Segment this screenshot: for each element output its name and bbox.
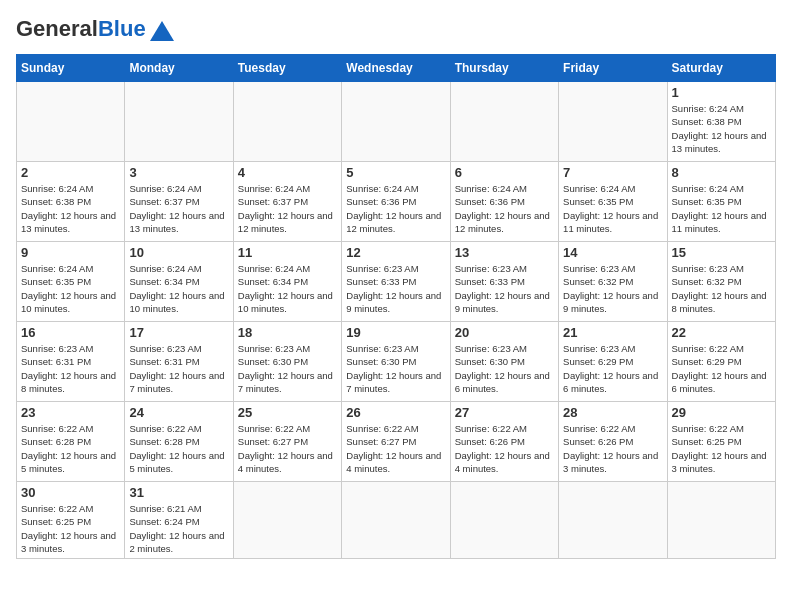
- day-number: 25: [238, 405, 337, 420]
- calendar-cell: [559, 82, 667, 162]
- day-number: 14: [563, 245, 662, 260]
- day-info: Sunrise: 6:24 AM Sunset: 6:35 PM Dayligh…: [672, 182, 771, 235]
- day-number: 16: [21, 325, 120, 340]
- calendar-cell: [559, 482, 667, 559]
- day-number: 6: [455, 165, 554, 180]
- day-number: 29: [672, 405, 771, 420]
- day-number: 10: [129, 245, 228, 260]
- week-row-4: 16Sunrise: 6:23 AM Sunset: 6:31 PM Dayli…: [17, 322, 776, 402]
- calendar-cell: 10Sunrise: 6:24 AM Sunset: 6:34 PM Dayli…: [125, 242, 233, 322]
- calendar-cell: [342, 82, 450, 162]
- week-row-1: 1Sunrise: 6:24 AM Sunset: 6:38 PM Daylig…: [17, 82, 776, 162]
- day-number: 24: [129, 405, 228, 420]
- calendar-cell: 26Sunrise: 6:22 AM Sunset: 6:27 PM Dayli…: [342, 402, 450, 482]
- day-info: Sunrise: 6:23 AM Sunset: 6:32 PM Dayligh…: [672, 262, 771, 315]
- day-info: Sunrise: 6:22 AM Sunset: 6:27 PM Dayligh…: [238, 422, 337, 475]
- calendar-cell: 2Sunrise: 6:24 AM Sunset: 6:38 PM Daylig…: [17, 162, 125, 242]
- calendar-cell: 24Sunrise: 6:22 AM Sunset: 6:28 PM Dayli…: [125, 402, 233, 482]
- calendar-cell: 21Sunrise: 6:23 AM Sunset: 6:29 PM Dayli…: [559, 322, 667, 402]
- calendar-cell: 28Sunrise: 6:22 AM Sunset: 6:26 PM Dayli…: [559, 402, 667, 482]
- day-info: Sunrise: 6:22 AM Sunset: 6:28 PM Dayligh…: [129, 422, 228, 475]
- day-number: 17: [129, 325, 228, 340]
- calendar-cell: 16Sunrise: 6:23 AM Sunset: 6:31 PM Dayli…: [17, 322, 125, 402]
- day-info: Sunrise: 6:24 AM Sunset: 6:35 PM Dayligh…: [563, 182, 662, 235]
- day-info: Sunrise: 6:21 AM Sunset: 6:24 PM Dayligh…: [129, 502, 228, 555]
- calendar-cell: 27Sunrise: 6:22 AM Sunset: 6:26 PM Dayli…: [450, 402, 558, 482]
- calendar-cell: 15Sunrise: 6:23 AM Sunset: 6:32 PM Dayli…: [667, 242, 775, 322]
- calendar-cell: 9Sunrise: 6:24 AM Sunset: 6:35 PM Daylig…: [17, 242, 125, 322]
- logo: General Blue: [16, 16, 174, 42]
- day-info: Sunrise: 6:23 AM Sunset: 6:32 PM Dayligh…: [563, 262, 662, 315]
- calendar-cell: [667, 482, 775, 559]
- day-number: 5: [346, 165, 445, 180]
- day-info: Sunrise: 6:22 AM Sunset: 6:28 PM Dayligh…: [21, 422, 120, 475]
- weekday-header-saturday: Saturday: [667, 55, 775, 82]
- calendar-cell: 23Sunrise: 6:22 AM Sunset: 6:28 PM Dayli…: [17, 402, 125, 482]
- day-number: 3: [129, 165, 228, 180]
- day-number: 15: [672, 245, 771, 260]
- day-number: 18: [238, 325, 337, 340]
- weekday-header-wednesday: Wednesday: [342, 55, 450, 82]
- day-info: Sunrise: 6:22 AM Sunset: 6:26 PM Dayligh…: [563, 422, 662, 475]
- calendar-cell: 4Sunrise: 6:24 AM Sunset: 6:37 PM Daylig…: [233, 162, 341, 242]
- day-info: Sunrise: 6:23 AM Sunset: 6:30 PM Dayligh…: [238, 342, 337, 395]
- day-number: 2: [21, 165, 120, 180]
- day-info: Sunrise: 6:23 AM Sunset: 6:31 PM Dayligh…: [129, 342, 228, 395]
- calendar-cell: 1Sunrise: 6:24 AM Sunset: 6:38 PM Daylig…: [667, 82, 775, 162]
- day-info: Sunrise: 6:22 AM Sunset: 6:26 PM Dayligh…: [455, 422, 554, 475]
- day-number: 4: [238, 165, 337, 180]
- calendar-cell: 18Sunrise: 6:23 AM Sunset: 6:30 PM Dayli…: [233, 322, 341, 402]
- day-number: 1: [672, 85, 771, 100]
- day-info: Sunrise: 6:24 AM Sunset: 6:36 PM Dayligh…: [346, 182, 445, 235]
- day-info: Sunrise: 6:23 AM Sunset: 6:29 PM Dayligh…: [563, 342, 662, 395]
- calendar-cell: 22Sunrise: 6:22 AM Sunset: 6:29 PM Dayli…: [667, 322, 775, 402]
- calendar-cell: 13Sunrise: 6:23 AM Sunset: 6:33 PM Dayli…: [450, 242, 558, 322]
- calendar-cell: [233, 82, 341, 162]
- logo-triangle-icon: [150, 21, 174, 41]
- weekday-header-monday: Monday: [125, 55, 233, 82]
- weekday-header-row: SundayMondayTuesdayWednesdayThursdayFrid…: [17, 55, 776, 82]
- day-number: 21: [563, 325, 662, 340]
- day-info: Sunrise: 6:22 AM Sunset: 6:27 PM Dayligh…: [346, 422, 445, 475]
- week-row-2: 2Sunrise: 6:24 AM Sunset: 6:38 PM Daylig…: [17, 162, 776, 242]
- day-info: Sunrise: 6:24 AM Sunset: 6:35 PM Dayligh…: [21, 262, 120, 315]
- day-number: 30: [21, 485, 120, 500]
- calendar: SundayMondayTuesdayWednesdayThursdayFrid…: [16, 54, 776, 559]
- logo-general: General: [16, 16, 98, 42]
- calendar-cell: 29Sunrise: 6:22 AM Sunset: 6:25 PM Dayli…: [667, 402, 775, 482]
- day-info: Sunrise: 6:23 AM Sunset: 6:30 PM Dayligh…: [346, 342, 445, 395]
- weekday-header-sunday: Sunday: [17, 55, 125, 82]
- calendar-cell: [450, 482, 558, 559]
- calendar-cell: 3Sunrise: 6:24 AM Sunset: 6:37 PM Daylig…: [125, 162, 233, 242]
- day-info: Sunrise: 6:24 AM Sunset: 6:37 PM Dayligh…: [129, 182, 228, 235]
- calendar-cell: [342, 482, 450, 559]
- calendar-cell: [125, 82, 233, 162]
- day-number: 9: [21, 245, 120, 260]
- day-number: 20: [455, 325, 554, 340]
- day-info: Sunrise: 6:24 AM Sunset: 6:37 PM Dayligh…: [238, 182, 337, 235]
- day-number: 13: [455, 245, 554, 260]
- week-row-5: 23Sunrise: 6:22 AM Sunset: 6:28 PM Dayli…: [17, 402, 776, 482]
- day-number: 19: [346, 325, 445, 340]
- day-number: 8: [672, 165, 771, 180]
- day-info: Sunrise: 6:22 AM Sunset: 6:25 PM Dayligh…: [672, 422, 771, 475]
- week-row-6: 30Sunrise: 6:22 AM Sunset: 6:25 PM Dayli…: [17, 482, 776, 559]
- calendar-cell: 6Sunrise: 6:24 AM Sunset: 6:36 PM Daylig…: [450, 162, 558, 242]
- calendar-cell: [450, 82, 558, 162]
- calendar-cell: 5Sunrise: 6:24 AM Sunset: 6:36 PM Daylig…: [342, 162, 450, 242]
- day-info: Sunrise: 6:24 AM Sunset: 6:34 PM Dayligh…: [238, 262, 337, 315]
- day-number: 11: [238, 245, 337, 260]
- day-info: Sunrise: 6:22 AM Sunset: 6:25 PM Dayligh…: [21, 502, 120, 555]
- day-info: Sunrise: 6:23 AM Sunset: 6:33 PM Dayligh…: [346, 262, 445, 315]
- calendar-cell: 11Sunrise: 6:24 AM Sunset: 6:34 PM Dayli…: [233, 242, 341, 322]
- calendar-cell: 30Sunrise: 6:22 AM Sunset: 6:25 PM Dayli…: [17, 482, 125, 559]
- calendar-cell: 19Sunrise: 6:23 AM Sunset: 6:30 PM Dayli…: [342, 322, 450, 402]
- day-info: Sunrise: 6:23 AM Sunset: 6:33 PM Dayligh…: [455, 262, 554, 315]
- weekday-header-thursday: Thursday: [450, 55, 558, 82]
- day-number: 27: [455, 405, 554, 420]
- day-info: Sunrise: 6:24 AM Sunset: 6:36 PM Dayligh…: [455, 182, 554, 235]
- day-info: Sunrise: 6:24 AM Sunset: 6:38 PM Dayligh…: [672, 102, 771, 155]
- day-info: Sunrise: 6:23 AM Sunset: 6:31 PM Dayligh…: [21, 342, 120, 395]
- calendar-cell: 12Sunrise: 6:23 AM Sunset: 6:33 PM Dayli…: [342, 242, 450, 322]
- calendar-cell: 31Sunrise: 6:21 AM Sunset: 6:24 PM Dayli…: [125, 482, 233, 559]
